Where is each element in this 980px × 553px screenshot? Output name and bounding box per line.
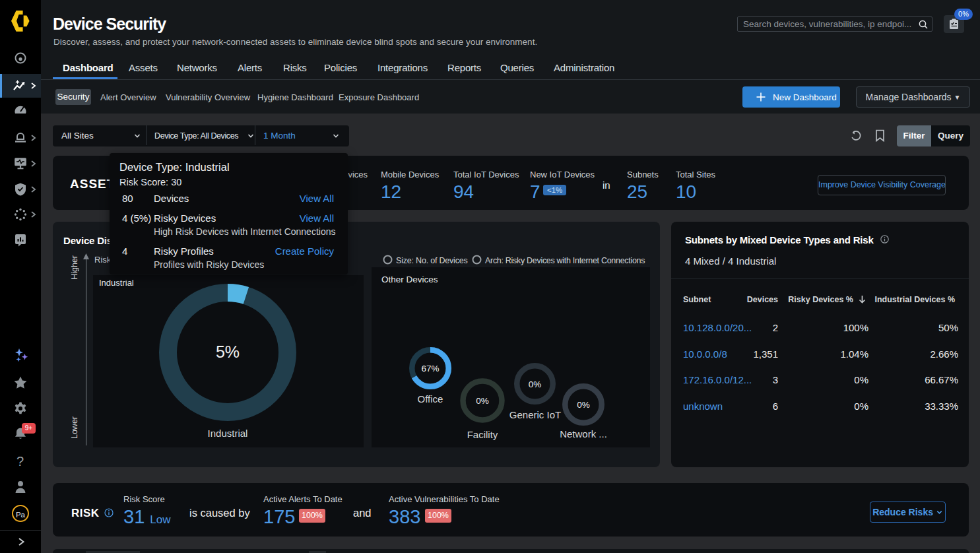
svg-text:67%: 67% [421,364,439,374]
svg-text:0%: 0% [476,396,489,406]
svg-text:5%: 5% [216,342,240,361]
svg-text:0%: 0% [529,379,542,389]
svg-text:0%: 0% [577,400,590,410]
